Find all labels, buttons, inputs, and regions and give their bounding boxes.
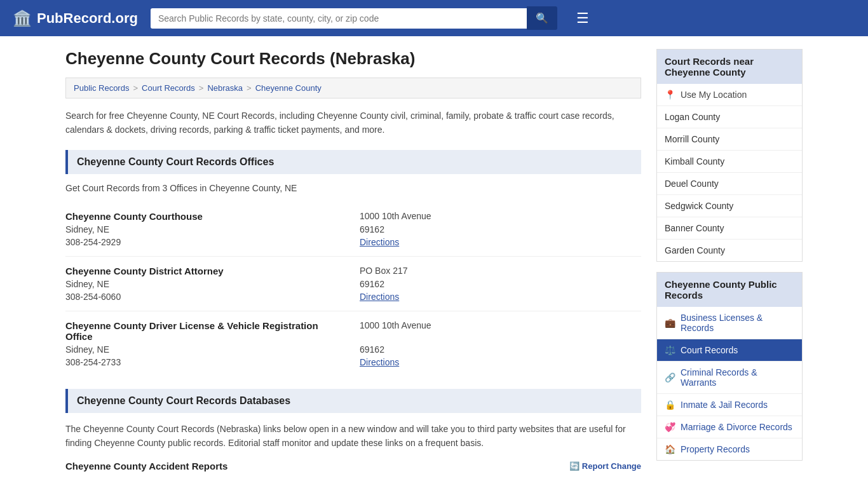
office-addr-2: PO Box 217 xyxy=(360,266,641,276)
databases-description: The Cheyenne County Court Records (Nebra… xyxy=(65,422,641,451)
office-dir-1[interactable]: Directions xyxy=(360,237,641,247)
offices-section-header: Cheyenne County Court Records Offices xyxy=(65,150,641,174)
sidebar-item-logan-county[interactable]: Logan County xyxy=(657,106,802,128)
marriage-icon: 💞 xyxy=(665,422,675,432)
page-description: Search for free Cheyenne County, NE Cour… xyxy=(65,109,641,137)
sidebar: Court Records near Cheyenne County 📍 Use… xyxy=(656,49,803,471)
report-change-icon: 🔄 xyxy=(569,461,580,471)
use-my-location-label: Use My Location xyxy=(681,90,747,100)
sidebar-item-court-records[interactable]: ⚖️ Court Records xyxy=(657,339,802,362)
site-header: 🏛️ PubRecord.org 🔍 ☰ xyxy=(0,0,868,36)
inmate-records-label: Inmate & Jail Records xyxy=(681,400,768,410)
breadcrumb: Public Records > Court Records > Nebrask… xyxy=(65,78,641,98)
logan-county-label: Logan County xyxy=(665,112,720,122)
public-records-box: Cheyenne County Public Records 💼 Busines… xyxy=(656,272,803,461)
office-dir-2[interactable]: Directions xyxy=(360,292,641,302)
office-zip-3: 69162 xyxy=(360,344,641,355)
nearby-box: Court Records near Cheyenne County 📍 Use… xyxy=(656,49,803,262)
logo-text: PubRecord.org xyxy=(37,10,138,27)
sidebar-item-kimball-county[interactable]: Kimball County xyxy=(657,151,802,173)
breadcrumb-cheyenne-county[interactable]: Cheyenne County xyxy=(255,83,322,93)
sidebar-item-business-licenses[interactable]: 💼 Business Licenses & Records xyxy=(657,307,802,339)
office-entry-1: Cheyenne County Courthouse 1000 10th Ave… xyxy=(65,202,641,257)
property-icon: 🏠 xyxy=(665,444,675,454)
office-phone-3: 308-254-2733 xyxy=(65,357,347,367)
accident-reports-heading: Cheyenne County Accident Reports 🔄 Repor… xyxy=(65,461,641,471)
logo-icon: 🏛️ xyxy=(13,10,32,27)
property-records-label: Property Records xyxy=(681,444,750,454)
office-name-1: Cheyenne County Courthouse xyxy=(65,211,347,222)
sidebar-item-deuel-county[interactable]: Deuel County xyxy=(657,173,802,195)
criminal-icon: 🔗 xyxy=(665,372,675,383)
report-change-link[interactable]: 🔄 Report Change xyxy=(569,461,641,471)
garden-county-label: Garden County xyxy=(665,245,725,255)
sidebar-item-marriage-records[interactable]: 💞 Marriage & Divorce Records xyxy=(657,416,802,438)
kimball-county-label: Kimball County xyxy=(665,156,724,166)
business-licenses-label: Business Licenses & Records xyxy=(681,313,794,333)
sidebar-item-inmate-records[interactable]: 🔒 Inmate & Jail Records xyxy=(657,394,802,416)
directions-link-2[interactable]: Directions xyxy=(360,292,399,302)
sedgwick-county-label: Sedgwick County xyxy=(665,201,733,211)
page-title: Cheyenne County Court Records (Nebraska) xyxy=(65,49,641,69)
logo[interactable]: 🏛️ PubRecord.org xyxy=(13,10,138,27)
sidebar-item-morrill-county[interactable]: Morrill County xyxy=(657,128,802,151)
office-entry-3: Cheyenne County Driver License & Vehicle… xyxy=(65,311,641,376)
directions-link-1[interactable]: Directions xyxy=(360,237,399,247)
marriage-records-label: Marriage & Divorce Records xyxy=(681,422,792,432)
accident-heading-text: Cheyenne County Accident Reports xyxy=(65,461,227,471)
office-city-3: Sidney, NE xyxy=(65,344,347,355)
sidebar-item-property-records[interactable]: 🏠 Property Records xyxy=(657,438,802,460)
banner-county-label: Banner County xyxy=(665,223,724,233)
menu-button[interactable]: ☰ xyxy=(576,10,589,27)
offices-sub-count: Get Court Records from 3 Offices in Chey… xyxy=(65,183,641,193)
sidebar-item-banner-county[interactable]: Banner County xyxy=(657,217,802,240)
sidebar-item-sedgwick-county[interactable]: Sedgwick County xyxy=(657,195,802,217)
breadcrumb-court-records[interactable]: Court Records xyxy=(142,83,195,93)
office-dir-3[interactable]: Directions xyxy=(360,357,641,367)
office-phone-1: 308-254-2929 xyxy=(65,237,347,247)
sidebar-item-use-my-location[interactable]: 📍 Use My Location xyxy=(657,84,802,106)
criminal-records-label: Criminal Records & Warrants xyxy=(681,367,794,388)
location-icon: 📍 xyxy=(665,90,675,100)
office-addr-3: 1000 10th Avenue xyxy=(360,320,641,342)
office-phone-2: 308-254-6060 xyxy=(65,292,347,302)
databases-section-header: Cheyenne County Court Records Databases xyxy=(65,389,641,413)
breadcrumb-public-records[interactable]: Public Records xyxy=(74,83,129,93)
search-button[interactable]: 🔍 xyxy=(527,6,557,30)
sidebar-item-criminal-records[interactable]: 🔗 Criminal Records & Warrants xyxy=(657,362,802,394)
main-content: Cheyenne County Court Records (Nebraska)… xyxy=(65,49,641,471)
office-entry-2: Cheyenne County District Attorney PO Box… xyxy=(65,257,641,311)
office-zip-1: 69162 xyxy=(360,224,641,234)
office-name-3: Cheyenne County Driver License & Vehicle… xyxy=(65,320,347,342)
directions-link-3[interactable]: Directions xyxy=(360,357,399,367)
breadcrumb-nebraska[interactable]: Nebraska xyxy=(207,83,243,93)
page-wrapper: Cheyenne County Court Records (Nebraska)… xyxy=(53,36,815,484)
report-change-label: Report Change xyxy=(582,461,641,471)
office-addr-1: 1000 10th Avenue xyxy=(360,211,641,222)
office-city-1: Sidney, NE xyxy=(65,224,347,234)
public-records-box-title: Cheyenne County Public Records xyxy=(657,273,802,307)
offices-container: Get Court Records from 3 Offices in Chey… xyxy=(65,183,641,383)
databases-section: Cheyenne County Court Records Databases … xyxy=(65,389,641,471)
court-records-label: Court Records xyxy=(681,345,738,355)
search-bar: 🔍 xyxy=(151,6,557,30)
office-name-2: Cheyenne County District Attorney xyxy=(65,266,347,276)
office-city-2: Sidney, NE xyxy=(65,279,347,289)
business-icon: 💼 xyxy=(665,318,675,328)
office-zip-2: 69162 xyxy=(360,279,641,289)
sidebar-item-garden-county[interactable]: Garden County xyxy=(657,240,802,261)
inmate-icon: 🔒 xyxy=(665,400,675,410)
court-icon: ⚖️ xyxy=(665,345,675,355)
morrill-county-label: Morrill County xyxy=(665,134,719,144)
deuel-county-label: Deuel County xyxy=(665,179,719,189)
search-input[interactable] xyxy=(151,8,527,29)
nearby-box-title: Court Records near Cheyenne County xyxy=(657,50,802,84)
